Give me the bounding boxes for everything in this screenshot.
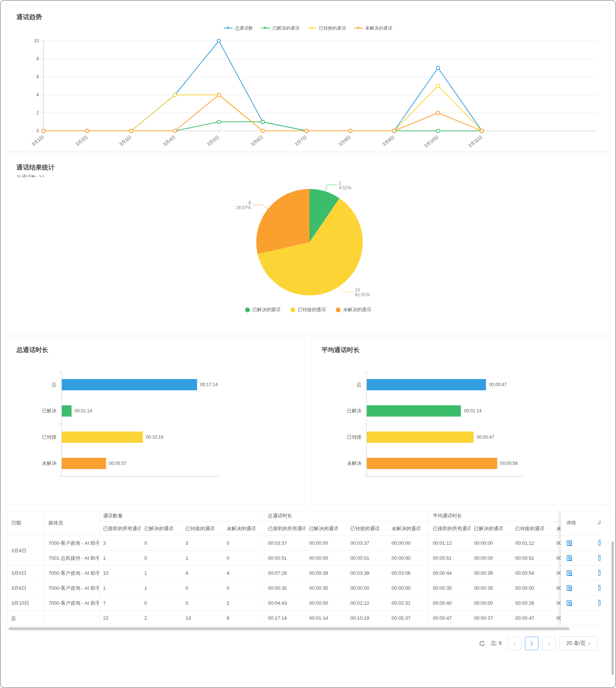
cell-value: 00:00:54 [511,566,553,581]
avg-duration-title: 平均通话时长 [311,338,610,354]
svg-text:3月2日: 3月2日 [75,134,89,147]
cell-value: 00:01:12 [429,536,470,551]
table-host: 日期接待员通话数量总通话时长平均通话时长详情已接听的所有通话已解决的通话已转接的… [7,510,601,626]
cell-value: 0 [141,536,182,551]
cell-value: 7 [99,596,141,611]
legend-label: 总通话数 [235,25,253,31]
cell-value: 6 [223,611,264,626]
detail-row [561,596,598,611]
bar-row-已解决: 已解决00:01:14 [25,398,243,424]
pie-legend-item-未解决的通话[interactable]: 未解决的通话 [336,307,371,313]
bar [367,379,486,390]
cell-value: 00:00:51 [511,551,553,566]
bar-track: 00:00:47 [366,424,524,450]
detail-icon[interactable] [566,570,573,576]
pagination-total: 总: 6 [490,640,502,647]
col-subheader: 未解决的通话 [388,522,429,536]
table-row: 总22213600:17:1400:01:1400:10:1900:05:370… [7,611,601,626]
svg-text:3月5日: 3月5日 [206,134,220,147]
detail-icon[interactable] [566,600,573,606]
cell-value: 22 [99,611,141,626]
col-subheader: 已转接的通话 [182,522,223,536]
legend-label: 已转接的通话 [319,25,346,31]
cell-value: 00:02:31 [388,596,429,611]
bar-row-总: 总00:17:14 [25,372,243,398]
legend-dot [245,307,250,312]
table-scroll-area[interactable]: 日期接待员通话数量总通话时长平均通话时长详情已接听的所有通话已解决的通话已转接的… [7,510,601,626]
avg-duration-bar-chart: 总00:00:47已解决00:01:14已转接00:00:47未解决00:00:… [330,372,548,477]
col-subheader: 已转接的通话 [511,522,553,536]
total-duration-title: 总通话时长 [6,338,305,354]
detail-column-rows [561,536,598,626]
svg-text:4: 4 [36,92,39,97]
next-page-button[interactable]: › [542,637,556,650]
horizontal-scrollbar-thumb[interactable] [9,627,569,630]
svg-text:0: 0 [36,128,39,133]
bar-value-label: 00:00:47 [489,382,507,387]
col-subheader: 已转接的通话 [347,522,388,536]
refresh-icon[interactable] [479,640,485,647]
cell-agent: 7000-客户咨询 - AI 助手 [45,536,99,551]
trend-line-chart: 02468103月1日3月2日3月3日3月4日3月5日3月6日3月7日3月8日3… [10,33,606,150]
bar [62,405,72,417]
svg-text:3月4日: 3月4日 [162,134,176,147]
vertical-scrollbar-thumb[interactable] [612,541,614,675]
table-row: 3月6日7000-客户咨询 - AI 助手110000:00:3500:00:3… [7,581,601,596]
cell-value: 00:00:51 [429,551,470,566]
bar-track: 00:05:37 [61,450,219,477]
legend-item-已转接的通话[interactable]: 已转接的通话 [308,25,346,31]
cell-value: 5 [182,596,223,611]
dashboard-page: 通话趋势 总通话数已解决的通话已转接的通话未解决的通话 02468103月1日3… [0,0,616,688]
page-number-button[interactable]: 1 [525,637,538,650]
svg-text:1361.91%: 1361.91% [355,287,370,297]
cell-agent: 7000-客户咨询 - AI 助手 [45,596,99,611]
detail-row [561,581,598,596]
detail-icon[interactable] [566,540,573,546]
prev-page-button[interactable]: ‹ [508,637,521,650]
legend-item-未解决的通话[interactable]: 未解决的通话 [354,25,392,31]
svg-text:3月3日: 3月3日 [118,134,133,147]
cell-value: 0 [182,581,223,596]
svg-text:3月1日: 3月1日 [31,134,45,147]
bar-value-label: 00:01:14 [75,408,92,414]
cell-value: 00:05:37 [388,611,429,626]
bar-category-label: 已解决 [25,398,61,424]
cell-value: 00:02:12 [347,596,388,611]
page-size-select[interactable]: 20 条/页 ∨ [559,636,598,651]
svg-text:3月10日: 3月10日 [423,134,440,148]
col-subheader: 已解决的通话 [470,522,511,536]
col-subheader: 已解决的通话 [141,522,182,536]
cell-value: 00:00:40 [429,596,470,611]
cell-value: 00:00:39 [305,566,347,581]
cell-value: 00:04:43 [264,596,305,611]
bar-track: 00:01:14 [366,398,524,424]
bar-category-label: 已解决 [330,398,366,424]
legend-item-总通话数[interactable]: 总通话数 [224,25,253,31]
bar-row-已转接: 已转接00:00:47 [330,424,548,450]
bar-value-label: 00:17:14 [200,382,218,387]
cell-value: 0 [223,536,264,551]
cell-value: 10 [99,566,141,581]
pie-legend-item-已转接的通话[interactable]: 已转接的通话 [290,307,326,313]
svg-text:8: 8 [36,56,39,61]
bar-category-label: 未解决 [25,450,61,477]
pagination: 总: 6 ‹ 1 › 20 条/页 ∨ [6,636,598,651]
pie-legend-item-已解决的通话[interactable]: 已解决的通话 [245,307,281,313]
cell-value: 1 [141,581,182,596]
bar-value-label: 00:00:47 [477,435,494,440]
detail-icon[interactable] [566,555,573,561]
legend-item-已解决的通话[interactable]: 已解决的通话 [261,25,299,31]
detail-icon[interactable] [566,585,573,591]
cell-value: 4 [182,566,223,581]
cell-date: 3月5日 [7,566,45,581]
result-pie-chart: 29.52%1361.91%628.57% [10,180,606,304]
svg-text:3月8日: 3月8日 [338,134,352,147]
chevron-down-icon: ∨ [587,641,591,646]
detail-row [561,566,598,581]
cell-date: 3月4日 [7,536,45,566]
bar-category-label: 总 [25,372,61,398]
col-header-agent: 接待员 [45,510,99,536]
legend-label: 已转接的通话 [298,307,326,313]
cell-value: 00:00:35 [470,581,511,596]
svg-text:628.57%: 628.57% [236,200,251,210]
